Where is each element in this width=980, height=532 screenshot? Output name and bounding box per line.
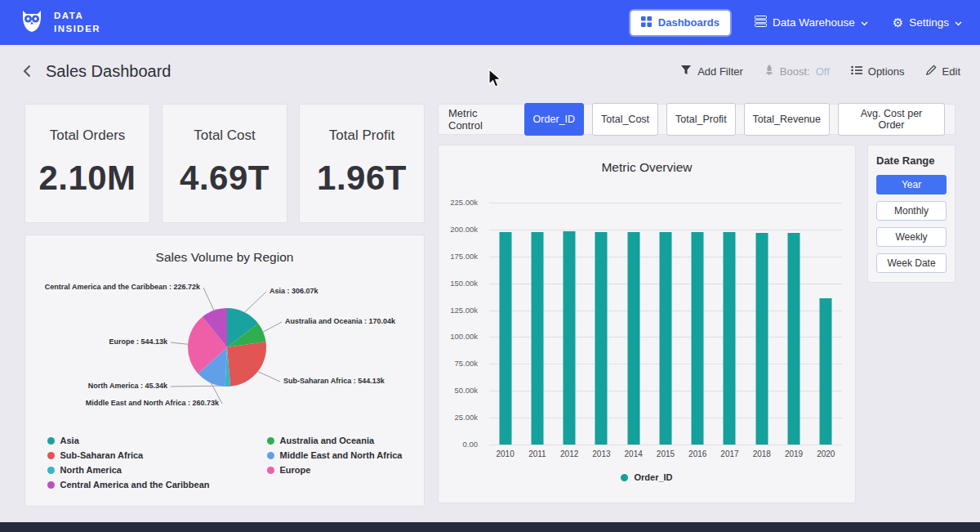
bar-legend-item-order-id: Order_ID: [621, 472, 672, 482]
boost-rocket-icon: [764, 65, 774, 78]
legend-label: Central America and the Caribbean: [60, 480, 210, 490]
brand-block: DATA INSIDER: [18, 9, 100, 37]
pie-legend-item-north-america: North America: [47, 463, 210, 477]
legend-label: North America: [60, 465, 122, 475]
date-range-button-week-date[interactable]: Week Date: [876, 253, 947, 273]
y-axis-tick: 75.00k: [454, 360, 478, 368]
warehouse-icon: [755, 16, 767, 29]
metric-button-total-revenue[interactable]: Total_Revenue: [744, 103, 830, 136]
settings-label: Settings: [909, 16, 949, 29]
metric-button-total-cost[interactable]: Total_Cost: [592, 103, 658, 136]
bar-2020[interactable]: [820, 298, 832, 445]
bar-plot-area: [489, 203, 842, 445]
bar-2015[interactable]: [659, 232, 671, 445]
bar-column-2019: [777, 203, 809, 445]
page-title: Sales Dashboard: [46, 62, 171, 81]
pie-leader-line: [262, 322, 282, 333]
y-axis-tick: 175.00k: [450, 253, 478, 261]
metric-button-total-profit[interactable]: Total_Profit: [666, 103, 736, 136]
legend-dot-icon: [47, 481, 55, 489]
bar-series: [489, 203, 842, 445]
pie-leader-line: [203, 288, 214, 311]
kpi-card-total-profit: Total Profit 1.96T: [299, 104, 425, 223]
chevron-down-icon: [861, 16, 868, 29]
x-axis-tick: 2016: [682, 449, 714, 458]
options-button[interactable]: Options: [851, 65, 905, 78]
x-axis-tick: 2020: [810, 449, 842, 458]
legend-label: Asia: [60, 436, 79, 445]
edit-label: Edit: [942, 65, 960, 78]
gridline: [489, 445, 842, 445]
y-axis-tick: 100.00k: [450, 333, 478, 341]
list-icon: [851, 65, 862, 78]
owl-logo-icon: [18, 9, 46, 37]
bar-2012[interactable]: [564, 231, 576, 445]
main-content: Total Orders 2.10M Total Cost 4.69T Tota…: [0, 97, 980, 522]
bar-column-2017: [714, 203, 746, 445]
bar-column-2015: [649, 203, 681, 445]
brand-name: DATA INSIDER: [54, 10, 100, 35]
kpi-card-total-cost: Total Cost 4.69T: [162, 104, 287, 223]
x-axis-tick: 2018: [746, 449, 777, 458]
kpi-card-total-orders: Total Orders 2.10M: [24, 104, 150, 223]
metric-button-order-id[interactable]: Order_ID: [524, 103, 584, 136]
date-range-button-monthly[interactable]: Monthly: [876, 201, 947, 221]
dashboards-button-label: Dashboards: [658, 16, 719, 29]
x-axis-tick: 2017: [714, 449, 746, 458]
bar-2013[interactable]: [595, 232, 608, 445]
kpi-label: Total Orders: [25, 127, 149, 144]
pencil-icon: [926, 65, 937, 78]
x-axis-tick: 2019: [777, 449, 809, 458]
metric-overview-card: Metric Overview 225.00k200.00k175.00k150…: [438, 145, 856, 503]
bar-2019[interactable]: [788, 233, 800, 445]
legend-label: Australia and Oceania: [280, 436, 375, 445]
y-axis-tick: 25.00k: [454, 414, 478, 422]
boost-toggle[interactable]: Boost: Off: [764, 65, 830, 78]
kpi-value: 2.10M: [25, 159, 149, 198]
date-range-panel: Date Range YearMonthlyWeeklyWeek Date: [867, 145, 956, 283]
bar-2017[interactable]: [724, 232, 736, 445]
add-filter-button[interactable]: Add Filter: [680, 65, 743, 78]
legend-label: Middle East and North Africa: [280, 450, 403, 460]
bar-column-2020: [810, 203, 842, 445]
bar-column-2018: [746, 203, 777, 445]
legend-dot-icon: [47, 467, 55, 474]
top-navbar: DATA INSIDER Dashboards Data Warehouse ⚙…: [0, 0, 980, 45]
pie-legend: AsiaSub-Saharan AfricaNorth AmericaCentr…: [25, 433, 424, 492]
add-filter-label: Add Filter: [697, 65, 743, 78]
bar-2014[interactable]: [627, 232, 639, 445]
edit-button[interactable]: Edit: [926, 65, 960, 78]
x-axis-tick: 2014: [617, 449, 649, 458]
x-axis-tick: 2015: [649, 449, 681, 458]
bar-2016[interactable]: [692, 232, 704, 445]
brand-line2: INSIDER: [54, 23, 100, 36]
bar-chart-title: Metric Overview: [439, 160, 855, 175]
legend-dot-icon: [47, 452, 55, 459]
bar-legend: Order_ID: [439, 472, 855, 482]
bar-column-2011: [521, 203, 553, 445]
legend-dot-icon: [267, 467, 274, 474]
y-axis-tick: 0.00: [463, 440, 479, 449]
pie-legend-item-asia: Asia: [47, 433, 210, 448]
pie-chart-title: Sales Volume by Region: [25, 250, 424, 265]
bar-2011[interactable]: [531, 232, 543, 445]
dashboards-button[interactable]: Dashboards: [630, 11, 730, 35]
pie-slice-sub-saharan-africa[interactable]: [227, 342, 266, 387]
bar-2018[interactable]: [755, 233, 768, 445]
back-button[interactable]: [21, 63, 33, 79]
date-range-button-weekly[interactable]: Weekly: [876, 227, 947, 247]
metric-control-label: Metric Control: [448, 107, 514, 132]
settings-menu[interactable]: ⚙ Settings: [893, 16, 962, 29]
boost-value: Off: [816, 65, 830, 78]
metric-button-avg-cost-per-order[interactable]: Avg. Cost per Order: [838, 103, 945, 136]
legend-label: Europe: [280, 465, 311, 475]
bar-2010[interactable]: [499, 232, 511, 445]
pie-legend-item-middle-east-and-north-africa: Middle East and North Africa: [267, 448, 403, 463]
date-range-button-year[interactable]: Year: [876, 175, 947, 194]
data-warehouse-menu[interactable]: Data Warehouse: [755, 16, 868, 29]
legend-dot-icon: [47, 437, 55, 445]
pie-chart: Asia : 306.07kAustralia and Oceania : 17…: [25, 270, 424, 423]
pie-leader-line: [171, 342, 189, 344]
pie-legend-item-central-america-and-the-caribbean: Central America and the Caribbean: [47, 477, 210, 492]
bottom-bar: [0, 522, 980, 532]
